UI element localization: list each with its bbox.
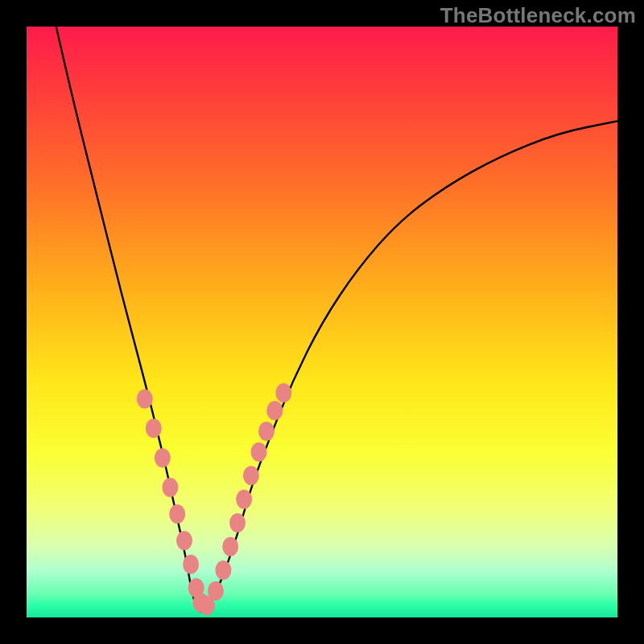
chart-svg xyxy=(27,27,617,617)
curve-marker xyxy=(208,581,224,601)
curve-marker xyxy=(146,419,162,438)
curve-marker xyxy=(215,560,231,580)
chart-frame: TheBottleneck.com xyxy=(0,0,644,644)
curve-marker xyxy=(162,478,178,497)
curve-marker xyxy=(137,389,153,408)
bottleneck-curve xyxy=(56,27,617,612)
curve-marker xyxy=(229,514,246,533)
curve-marker xyxy=(275,383,291,402)
curve-marker xyxy=(222,537,238,556)
curve-marker xyxy=(176,531,192,551)
curve-marker xyxy=(155,448,171,468)
curve-marker xyxy=(258,422,275,441)
curve-markers-group xyxy=(137,383,291,615)
curve-marker xyxy=(183,555,199,574)
curve-marker xyxy=(236,489,252,509)
curve-marker xyxy=(266,401,283,420)
watermark-text: TheBottleneck.com xyxy=(440,3,636,28)
curve-marker xyxy=(243,466,259,485)
curve-marker xyxy=(251,443,267,462)
curve-marker xyxy=(169,505,185,524)
